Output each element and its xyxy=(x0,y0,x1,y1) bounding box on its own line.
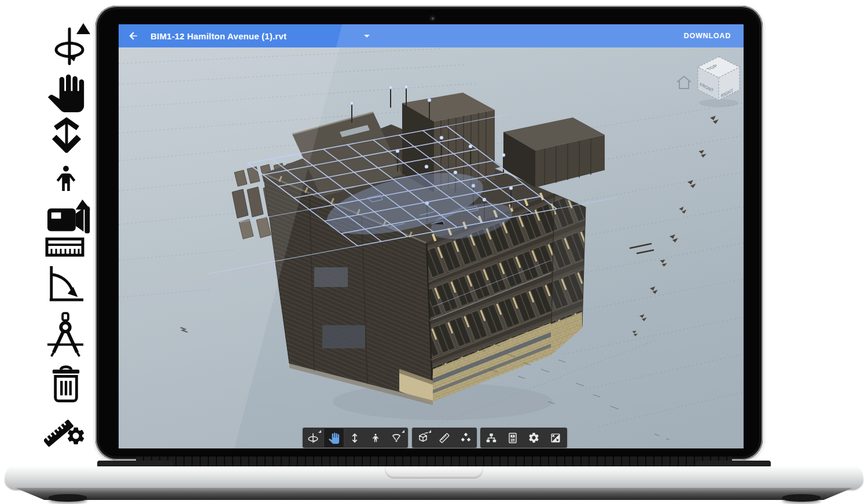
zoom-updown-icon xyxy=(49,116,84,153)
model-viewport[interactable]: TOP FRONT RIGHT xyxy=(119,47,744,448)
toolbar-group-app xyxy=(480,428,567,448)
caret-down-icon[interactable] xyxy=(364,35,370,38)
download-button[interactable]: DOWNLOAD xyxy=(684,32,731,40)
measure-tape-icon xyxy=(45,237,84,258)
measure-tool-button[interactable] xyxy=(433,428,455,448)
calibrate-icon xyxy=(44,405,87,448)
look-around-tool-button[interactable] xyxy=(386,428,407,448)
flyout-triangle-icon xyxy=(402,430,404,433)
compass-icon xyxy=(46,311,84,360)
model-browser-button[interactable] xyxy=(480,428,502,448)
first-person-tool-button[interactable] xyxy=(365,428,386,448)
webcam-dot xyxy=(429,15,436,21)
angle-measure-icon xyxy=(46,264,84,303)
home-icon[interactable] xyxy=(677,76,691,89)
penthouse-annex xyxy=(503,117,605,187)
back-button[interactable] xyxy=(127,30,140,42)
section-tool-button[interactable] xyxy=(412,428,433,448)
camera-icon xyxy=(46,198,94,235)
toolbar-group-model xyxy=(412,428,477,448)
settings-button[interactable] xyxy=(523,428,545,448)
fullscreen-button[interactable] xyxy=(545,428,566,448)
pan-hand-icon xyxy=(46,73,86,112)
hero-mockup: BIM1-12 Hamilton Avenue (1).rvt DOWNLOAD xyxy=(0,0,868,504)
flyout-triangle-icon xyxy=(318,430,321,433)
view-cube[interactable]: TOP FRONT RIGHT xyxy=(698,57,740,107)
laptop-base-underside xyxy=(15,488,853,500)
laptop-lid-notch xyxy=(385,466,483,479)
document-title[interactable]: BIM1-12 Hamilton Avenue (1).rvt xyxy=(150,31,286,41)
laptop-foot-right xyxy=(782,494,821,502)
orbit-icon xyxy=(47,21,91,68)
laptop-foot-left xyxy=(49,494,87,502)
explode-tool-button[interactable] xyxy=(455,428,476,448)
properties-button[interactable] xyxy=(502,428,523,448)
laptop-screen: BIM1-12 Hamilton Avenue (1).rvt DOWNLOAD xyxy=(119,24,744,448)
app-bar: BIM1-12 Hamilton Avenue (1).rvt DOWNLOAD xyxy=(119,24,744,47)
zoom-tool-button[interactable] xyxy=(344,428,365,448)
first-person-icon xyxy=(50,156,82,201)
building-model-canvas: TOP FRONT RIGHT xyxy=(119,47,744,448)
left-squiggle xyxy=(181,328,187,332)
toolbar-group-navigation xyxy=(303,428,408,448)
orbit-tool-button[interactable] xyxy=(303,428,323,448)
bold-dashes xyxy=(630,244,654,253)
delete-trash-icon xyxy=(50,363,82,404)
pan-tool-button[interactable] xyxy=(323,428,344,448)
scatter-marks xyxy=(631,116,719,337)
flyout-triangle-icon xyxy=(428,430,431,433)
